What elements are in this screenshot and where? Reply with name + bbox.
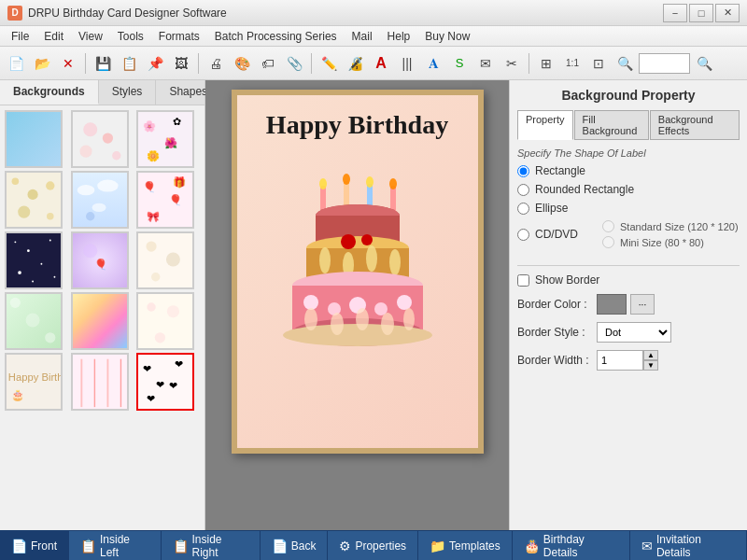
photo-button[interactable]: 🖼 bbox=[169, 51, 193, 76]
bg-thumb-9[interactable] bbox=[136, 231, 194, 289]
rectangle-label[interactable]: Rectangle bbox=[535, 164, 585, 177]
menu-formats[interactable]: Formats bbox=[151, 28, 207, 45]
rounded-rect-radio[interactable] bbox=[517, 184, 529, 196]
pen-button[interactable]: ✏️ bbox=[317, 51, 341, 76]
backgrounds-grid: 🌸🌺🌼✿ 🎈🎈🎀🎁 🎈 bbox=[0, 105, 204, 415]
barcode-button[interactable]: ||| bbox=[395, 51, 419, 76]
bottom-btn-invitation-details[interactable]: ✉ Invitation Details bbox=[630, 531, 747, 560]
svg-point-73 bbox=[303, 295, 318, 310]
scissors-button[interactable]: ✂ bbox=[500, 51, 524, 76]
cake-image bbox=[255, 148, 460, 400]
paste-button[interactable]: 📌 bbox=[143, 51, 167, 76]
width-spin-up[interactable]: ▲ bbox=[643, 350, 658, 360]
zoom-input[interactable]: 100% bbox=[639, 53, 690, 74]
menu-buynow[interactable]: Buy Now bbox=[417, 28, 477, 45]
ratio-button[interactable]: 1:1 bbox=[560, 51, 585, 76]
bg-thumb-14[interactable] bbox=[71, 353, 129, 411]
bg-thumb-6[interactable]: 🎈🎈🎀🎁 bbox=[136, 171, 194, 229]
border-color-swatch[interactable] bbox=[597, 294, 627, 315]
bg-thumb-10[interactable] bbox=[5, 292, 63, 350]
toolbar-separator-4 bbox=[529, 53, 529, 74]
bottom-btn-templates[interactable]: 📁 Templates bbox=[418, 531, 513, 560]
cd-standard-radio[interactable] bbox=[602, 220, 614, 232]
cd-mini-label[interactable]: Mini Size (80 * 80) bbox=[620, 237, 704, 248]
menu-help[interactable]: Help bbox=[380, 28, 418, 45]
bg-thumb-2[interactable] bbox=[71, 110, 129, 168]
wordart-button[interactable]: S bbox=[447, 51, 472, 76]
bg-thumb-7[interactable] bbox=[5, 231, 63, 289]
bottom-btn-properties[interactable]: ⚙ Properties bbox=[328, 531, 418, 560]
prop-tab-property[interactable]: Property bbox=[517, 110, 573, 140]
border-color-dots-button[interactable]: ··· bbox=[630, 294, 655, 315]
design-button[interactable]: 🎨 bbox=[230, 51, 254, 76]
ellipse-radio[interactable] bbox=[517, 203, 529, 215]
cd-mini-radio[interactable] bbox=[602, 236, 614, 248]
svg-point-77 bbox=[397, 295, 412, 310]
border-width-row: Border Width : 1 ▲ ▼ bbox=[517, 350, 740, 371]
print-button[interactable]: 🖨 bbox=[204, 51, 228, 76]
svg-point-31 bbox=[166, 253, 180, 267]
cd-standard-label[interactable]: Standard Size (120 * 120) bbox=[620, 221, 739, 232]
card-canvas[interactable]: Happy Birthday bbox=[232, 90, 484, 454]
svg-point-23 bbox=[49, 240, 51, 242]
show-border-checkbox[interactable] bbox=[517, 274, 529, 287]
minimize-button[interactable]: − bbox=[663, 4, 687, 22]
card-inner: Happy Birthday bbox=[237, 95, 478, 448]
menu-file[interactable]: File bbox=[4, 28, 36, 45]
new-button[interactable]: 📄 bbox=[4, 51, 28, 76]
menu-batch[interactable]: Batch Processing Series bbox=[207, 28, 345, 45]
mail-button[interactable]: ✉ bbox=[473, 51, 498, 76]
menu-view[interactable]: View bbox=[71, 28, 110, 45]
bg-thumb-5[interactable] bbox=[71, 171, 129, 229]
shape-label: Specify The Shape Of Label bbox=[517, 147, 740, 159]
menu-edit[interactable]: Edit bbox=[36, 28, 71, 45]
frame-button[interactable]: ⊡ bbox=[586, 51, 611, 76]
bottom-btn-front[interactable]: 📄 Front bbox=[0, 531, 69, 560]
bg-thumb-12[interactable] bbox=[136, 292, 194, 350]
bg-thumb-8[interactable]: 🎈 bbox=[71, 231, 129, 289]
save-button[interactable]: 💾 bbox=[91, 51, 115, 76]
zoom-in-button[interactable]: 🔍 bbox=[613, 51, 637, 76]
tab-backgrounds[interactable]: Backgrounds bbox=[0, 80, 99, 105]
bottom-btn-birthday-details[interactable]: 🎂 Birthday Details bbox=[513, 531, 630, 560]
bottom-btn-back[interactable]: 📄 Back bbox=[261, 531, 329, 560]
textA-button[interactable]: 𝐀 bbox=[421, 51, 445, 76]
bottom-btn-inside-right[interactable]: 📋 Inside Right bbox=[162, 531, 261, 560]
bg-thumb-11[interactable] bbox=[71, 292, 129, 350]
bg-thumb-3[interactable]: 🌸🌺🌼✿ bbox=[136, 110, 194, 168]
prop-tab-effects[interactable]: Background Effects bbox=[650, 110, 740, 140]
cd-standard-row: Standard Size (120 * 120) bbox=[602, 220, 739, 232]
bg-thumb-15[interactable]: ❤❤❤❤❤ bbox=[136, 353, 194, 411]
bg-thumb-13[interactable]: Happy Birthday🎂 bbox=[5, 353, 63, 411]
copy-button[interactable]: 📋 bbox=[117, 51, 141, 76]
border-style-select[interactable]: Dot Solid Dash DashDot bbox=[597, 322, 671, 343]
close-button[interactable]: ✕ bbox=[715, 4, 740, 22]
grid-button[interactable]: ⊞ bbox=[534, 51, 558, 76]
sticker-button[interactable]: 🏷 bbox=[256, 51, 280, 76]
rectangle-radio[interactable] bbox=[517, 165, 529, 177]
ellipse-label[interactable]: Ellipse bbox=[535, 202, 568, 215]
svg-point-85 bbox=[403, 308, 415, 330]
border-width-input[interactable]: 1 bbox=[597, 350, 643, 371]
menu-tools[interactable]: Tools bbox=[110, 28, 151, 45]
bottom-btn-inside-left[interactable]: 📋 Inside Left bbox=[69, 531, 162, 560]
show-border-label[interactable]: Show Border bbox=[535, 273, 599, 287]
width-spin-down[interactable]: ▼ bbox=[643, 360, 658, 371]
zoom-out-button[interactable]: 🔍 bbox=[692, 51, 716, 76]
svg-point-66 bbox=[319, 247, 331, 273]
open-button[interactable]: 📂 bbox=[30, 51, 54, 76]
delete-button[interactable]: ✕ bbox=[56, 51, 80, 76]
cddvd-label[interactable]: CD/DVD bbox=[535, 228, 578, 241]
bg-thumb-4[interactable] bbox=[5, 171, 63, 229]
menu-mail[interactable]: Mail bbox=[345, 28, 380, 45]
tab-styles[interactable]: Styles bbox=[99, 80, 157, 105]
clip-button[interactable]: 📎 bbox=[282, 51, 306, 76]
rounded-rect-label[interactable]: Rounded Rectangle bbox=[535, 183, 634, 196]
text-button[interactable]: A bbox=[369, 51, 393, 76]
stamp-button[interactable]: 🔏 bbox=[343, 51, 367, 76]
cddvd-radio[interactable] bbox=[517, 229, 529, 241]
invitation-details-label: Invitation Details bbox=[656, 533, 735, 559]
maximize-button[interactable]: □ bbox=[689, 4, 713, 22]
prop-tab-fill[interactable]: Fill Background bbox=[574, 110, 649, 140]
bg-thumb-1[interactable] bbox=[5, 110, 63, 168]
